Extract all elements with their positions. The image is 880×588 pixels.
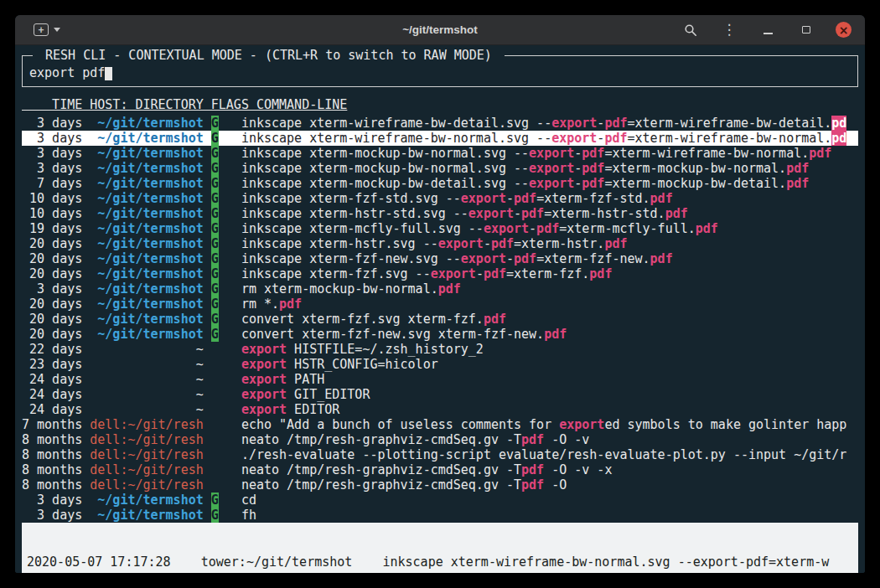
row-host-directory: dell:~/git/resh	[82, 477, 204, 493]
titlebar: + ~/git/termshot ⋮ ×	[15, 15, 865, 45]
history-row[interactable]: 8 months dell:~/git/resh neato /tmp/resh…	[22, 432, 858, 447]
search-button[interactable]	[681, 21, 700, 39]
row-time: 3 days	[22, 131, 82, 146]
restore-button[interactable]	[797, 21, 815, 39]
history-row[interactable]: 22 days ~ export HISTFILE=~/.zsh_history…	[22, 342, 858, 357]
row-command: neato /tmp/resh-graphviz-cmdSeq.gv -Tpdf…	[241, 432, 589, 447]
row-time: 10 days	[22, 191, 82, 206]
search-query-text: export pdf	[29, 65, 105, 80]
git-flag-badge: G	[211, 327, 219, 342]
row-command: inkscape xterm-fzf.svg --export-pdf=xter…	[241, 266, 613, 281]
row-time: 20 days	[22, 266, 82, 281]
new-tab-button[interactable]: +	[34, 23, 60, 36]
history-row[interactable]: 8 months dell:~/git/resh neato /tmp/resh…	[22, 477, 858, 493]
chevron-down-icon	[54, 28, 60, 32]
history-row[interactable]: 24 days ~ export GIT_EDITOR	[22, 387, 858, 402]
restore-icon	[802, 26, 810, 34]
row-command: echo "Add a bunch of useless comments fo…	[241, 417, 846, 432]
row-host-directory: ~/git/termshot	[82, 493, 204, 508]
git-flag-badge: G	[211, 312, 219, 327]
minimize-button[interactable]	[758, 21, 777, 39]
history-row[interactable]: 20 days ~/git/termshot G convert xterm-f…	[22, 327, 858, 342]
search-input[interactable]: export pdf	[29, 65, 851, 80]
row-command: export EDITOR	[241, 402, 339, 417]
row-time: 20 days	[22, 297, 82, 312]
row-command: export HSTR_CONFIG=hicolor	[241, 357, 438, 372]
terminal-window: + ~/git/termshot ⋮ ×	[15, 15, 865, 573]
row-host-directory: dell:~/git/resh	[82, 417, 204, 432]
close-button[interactable]: ×	[836, 22, 852, 38]
history-row[interactable]: 19 days ~/git/termshot G inkscape xterm-…	[22, 221, 858, 236]
history-row[interactable]: 3 days ~/git/termshot G rm xterm-mockup-…	[22, 281, 858, 297]
row-host-directory: ~/git/termshot	[82, 191, 204, 206]
git-flag-badge: G	[211, 206, 219, 221]
row-time: 7 days	[22, 176, 82, 191]
history-row[interactable]: 3 days ~/git/termshot G inkscape xterm-w…	[22, 116, 858, 131]
close-icon: ×	[839, 24, 849, 36]
history-row[interactable]: 20 days ~/git/termshot G inkscape xterm-…	[22, 266, 858, 281]
row-command: rm xterm-mockup-bw-normal.pdf	[241, 281, 461, 297]
row-host-directory: dell:~/git/resh	[82, 447, 204, 462]
row-command: inkscape xterm-hstr-std.svg --export-pdf…	[241, 206, 688, 221]
terminal-content: RESH CLI - CONTEXTUAL MODE - (CTRL+R to …	[15, 45, 865, 573]
row-command: inkscape xterm-mockup-bw-normal.svg --ex…	[241, 146, 831, 161]
git-flag-badge: G	[211, 236, 219, 251]
history-row[interactable]: 20 days ~/git/termshot G inkscape xterm-…	[22, 236, 858, 251]
row-host-directory: ~/git/termshot	[82, 116, 204, 131]
history-row[interactable]: 20 days ~/git/termshot G convert xterm-f…	[22, 312, 858, 327]
history-row[interactable]: 24 days ~ export EDITOR	[22, 402, 858, 417]
row-command: inkscape xterm-wireframe-bw-normal.svg -…	[241, 131, 846, 146]
row-host-directory: ~/git/termshot	[82, 146, 204, 161]
detail-line-1: 2020-05-07 17:17:28 tower:~/git/termshot…	[27, 554, 853, 570]
history-row-selected[interactable]: 3 days ~/git/termshot G inkscape xterm-w…	[22, 131, 858, 146]
row-time: 24 days	[22, 372, 82, 387]
new-tab-icon: +	[34, 23, 49, 36]
row-host-directory: ~/git/termshot	[82, 236, 204, 251]
history-row[interactable]: 23 days ~ export HSTR_CONFIG=hicolor	[22, 357, 858, 372]
history-row[interactable]: 3 days ~/git/termshot G inkscape xterm-m…	[22, 146, 858, 161]
row-command: convert xterm-fzf-new.svg xterm-fzf-new.…	[241, 327, 567, 342]
row-command: export GIT_EDITOR	[241, 387, 370, 402]
row-time: 20 days	[22, 312, 82, 327]
row-time: 19 days	[22, 221, 82, 236]
row-command: inkscape xterm-mockup-bw-detail.svg --ex…	[241, 176, 809, 191]
row-host-directory: ~/git/termshot	[82, 327, 204, 342]
menu-button[interactable]: ⋮	[720, 21, 738, 39]
row-host-directory: ~/git/termshot	[82, 281, 204, 297]
row-host-directory: ~/git/termshot	[82, 297, 204, 312]
history-row[interactable]: 3 days ~/git/termshot G fh	[22, 508, 858, 523]
row-command: inkscape xterm-mcfly-full.svg --export-p…	[241, 221, 718, 236]
row-host-directory: ~	[82, 387, 204, 402]
history-list: 3 days ~/git/termshot G inkscape xterm-w…	[22, 116, 858, 523]
history-row[interactable]: 10 days ~/git/termshot G inkscape xterm-…	[22, 206, 858, 221]
git-flag-badge: G	[211, 131, 219, 146]
git-flag-badge: G	[211, 297, 219, 312]
history-row[interactable]: 7 days ~/git/termshot G inkscape xterm-m…	[22, 176, 858, 191]
history-row[interactable]: 20 days ~/git/termshot G rm *.pdf	[22, 297, 858, 312]
history-row[interactable]: 3 days ~/git/termshot G cd	[22, 493, 858, 508]
row-host-directory: ~	[82, 402, 204, 417]
detail-panel: 2020-05-07 17:17:28 tower:~/git/termshot…	[22, 523, 858, 573]
history-row[interactable]: 8 months dell:~/git/resh neato /tmp/resh…	[22, 462, 858, 477]
git-flag-badge: G	[211, 221, 219, 236]
row-command: rm *.pdf	[241, 297, 302, 312]
search-box-title: RESH CLI - CONTEXTUAL MODE - (CTRL+R to …	[33, 48, 505, 63]
history-row[interactable]: 24 days ~ export PATH	[22, 372, 858, 387]
history-row[interactable]: 20 days ~/git/termshot G inkscape xterm-…	[22, 251, 858, 266]
history-header: TIME HOST: DIRECTORY FLAGS COMMAND-LINE	[22, 97, 858, 112]
history-row[interactable]: 8 months dell:~/git/resh ./resh-evaluate…	[22, 447, 858, 462]
git-flag-badge: G	[211, 266, 219, 281]
row-command: convert xterm-fzf.svg xterm-fzf.pdf	[241, 312, 506, 327]
row-host-directory: ~/git/termshot	[82, 251, 204, 266]
row-time: 20 days	[22, 236, 82, 251]
git-flag-badge: G	[211, 116, 219, 131]
row-host-directory: ~	[82, 372, 204, 387]
row-time: 3 days	[22, 281, 82, 297]
history-row[interactable]: 10 days ~/git/termshot G inkscape xterm-…	[22, 191, 858, 206]
row-host-directory: ~	[82, 342, 204, 357]
row-time: 8 months	[22, 477, 82, 493]
history-row[interactable]: 7 months dell:~/git/resh echo "Add a bun…	[22, 417, 858, 432]
row-host-directory: ~/git/termshot	[82, 221, 204, 236]
history-row[interactable]: 3 days ~/git/termshot G inkscape xterm-m…	[22, 161, 858, 176]
row-time: 22 days	[22, 342, 82, 357]
